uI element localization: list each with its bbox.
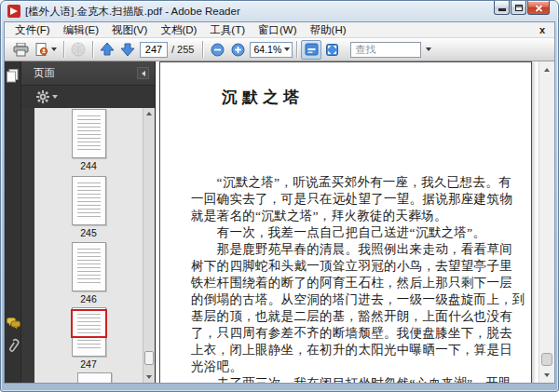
plus-circle-icon <box>231 43 245 57</box>
scroll-up-icon <box>146 112 152 115</box>
comments-panel-button[interactable] <box>5 312 21 334</box>
zoom-in-button[interactable] <box>227 40 248 60</box>
window-title: [槛外人语].金克木.扫描版.pdf - Adobe Reader <box>25 5 240 19</box>
page-number-input[interactable] <box>140 42 168 58</box>
close-icon <box>535 4 543 12</box>
text-line: 铁栏杆围绕着的断了的阿育王石柱，然后上那只剩下一层 <box>191 275 524 291</box>
restore-icon <box>515 5 523 11</box>
thumbnail-group: 244 <box>34 109 143 171</box>
menu-file[interactable]: 文件(F) <box>8 22 57 38</box>
menu-tools[interactable]: 工具(T) <box>203 22 252 38</box>
page-total-label: / 255 <box>171 44 194 55</box>
thumbnail-group: 245 <box>34 176 143 238</box>
gear-icon <box>36 90 49 103</box>
thumbnail-preview <box>77 249 101 285</box>
attachments-panel-button[interactable] <box>5 334 21 357</box>
collapse-panel-button[interactable] <box>137 67 149 79</box>
menu-edit[interactable]: 编辑(E) <box>57 22 105 38</box>
text-line: 就是著名的“沉默之塔”，拜火教徒的天葬场。 <box>191 208 524 224</box>
share-dropdown-caret <box>51 47 57 51</box>
scroll-down-button[interactable] <box>143 372 155 383</box>
find-input[interactable] <box>350 42 421 58</box>
page-thumbnail-244[interactable] <box>72 109 106 158</box>
next-page-button[interactable] <box>117 40 138 60</box>
page-thumbnail-245[interactable] <box>72 176 106 225</box>
rail-bottom-group <box>5 312 21 357</box>
options-dropdown-caret <box>52 95 58 99</box>
page-thumbnail-246[interactable] <box>72 242 106 291</box>
close-button[interactable] <box>527 1 550 15</box>
paperclip-icon <box>7 338 20 354</box>
current-view-indicator <box>71 309 107 338</box>
zoom-level-value: 64.1% <box>253 44 281 55</box>
text-line: 上衣，闭上眼静坐，在初升的太阳光中曝晒一下，算是日 <box>191 342 524 358</box>
share-document-icon <box>34 43 48 57</box>
fullscreen-icon <box>325 43 339 57</box>
minimize-icon <box>498 8 506 11</box>
thumbnail-label-245: 245 <box>34 227 143 238</box>
pages-panel: 页面 <box>21 61 156 383</box>
pages-panel-header: 页面 <box>21 61 155 86</box>
thumbnail-label-246: 246 <box>34 293 143 304</box>
minimize-button[interactable] <box>494 1 510 15</box>
pages-panel-title: 页面 <box>34 66 137 80</box>
pages-icon <box>7 69 19 83</box>
thumbnail-group: 246 <box>34 242 143 304</box>
scroll-up-button[interactable] <box>539 62 554 76</box>
restore-button[interactable] <box>511 1 526 15</box>
scroll-up-button[interactable] <box>143 108 155 119</box>
collapse-arrow-icon <box>142 71 145 76</box>
toolbar-separator <box>202 41 203 58</box>
text-line: 那是鹿野苑早春的清晨。我照例出来走动，看看草间 <box>191 241 524 258</box>
main-area: 页面 <box>5 61 554 383</box>
thumbnail-preview <box>77 182 101 219</box>
toolbar-separator <box>92 41 93 58</box>
pages-panel-options <box>21 86 155 108</box>
window-controls <box>493 1 550 15</box>
fullscreen-button[interactable] <box>321 40 342 60</box>
scrolling-mode-button[interactable] <box>301 40 321 60</box>
document-pane[interactable]: 沉默之塔 “沉默之塔”，听说孟买郊外有一座，我久已想去。有 一回确实去了，可是只… <box>156 61 554 383</box>
sync-button <box>68 40 89 60</box>
previous-page-button[interactable] <box>97 40 117 60</box>
menu-window[interactable]: 窗口(W) <box>252 22 304 38</box>
close-document-button[interactable]: x <box>538 23 547 37</box>
zoom-out-button[interactable] <box>207 40 227 60</box>
toolbar: / 255 64.1% <box>5 38 554 61</box>
menu-help[interactable]: 帮助(H) <box>304 22 353 38</box>
menu-document[interactable]: 文档(D) <box>154 22 203 38</box>
print-button[interactable] <box>10 40 32 60</box>
pdf-page[interactable]: 沉默之塔 “沉默之塔”，听说孟买郊外有一座，我久已想去。有 一回确实去了，可是只… <box>159 61 532 383</box>
arrow-up-icon <box>100 42 115 57</box>
navigation-rail <box>5 61 21 383</box>
arrow-down-icon <box>120 42 135 57</box>
thumbnail-group: 247 <box>34 307 143 370</box>
minus-circle-icon <box>211 43 225 57</box>
options-menu-button[interactable] <box>36 90 58 103</box>
share-button[interactable] <box>32 40 60 60</box>
scrollbar-thumb[interactable] <box>144 351 154 365</box>
page-thumbnail-247[interactable] <box>72 307 106 357</box>
thumbnail-label-244: 244 <box>34 160 143 171</box>
globe-icon <box>71 42 86 57</box>
scroll-down-button[interactable] <box>539 368 554 382</box>
thumbnail-scrollbar[interactable] <box>143 108 155 383</box>
thumbnail-preview <box>77 115 101 152</box>
menu-view[interactable]: 视图(V) <box>105 22 154 38</box>
scrollbar-thumb[interactable] <box>541 353 552 366</box>
zoom-level-select[interactable]: 64.1% <box>250 42 293 58</box>
text-line: 的倒塌的古塔。从空洞的塔门进去，一级一级盘旋而上，到 <box>191 291 524 308</box>
scroll-up-icon <box>544 68 550 72</box>
pages-panel-button[interactable] <box>5 64 21 87</box>
text-line: 了，只四周有参差不齐的断墙颓壁。我便盘膝坐下，脱去 <box>191 325 524 342</box>
find-group <box>350 42 433 58</box>
page-thumbnail-248-partial[interactable] <box>77 372 112 383</box>
printer-icon <box>13 43 29 57</box>
adobe-reader-window: [槛外人语].金克木.扫描版.pdf - Adobe Reader 文件(F) … <box>0 0 559 392</box>
scroll-down-icon <box>544 373 550 377</box>
document-scrollbar[interactable] <box>539 61 554 383</box>
thumbnail-label-247: 247 <box>34 358 143 370</box>
title-bar[interactable]: [槛外人语].金克木.扫描版.pdf - Adobe Reader <box>1 1 558 21</box>
find-options-button[interactable] <box>421 42 433 58</box>
comments-icon <box>7 318 20 330</box>
